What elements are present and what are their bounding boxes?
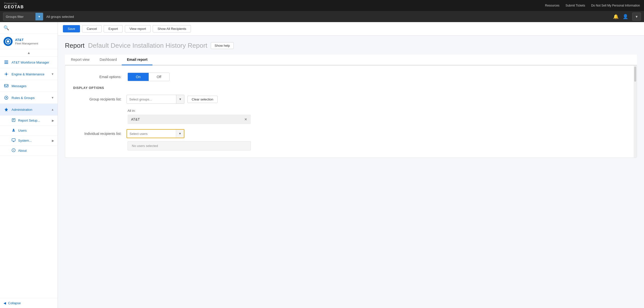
chevron-down-icon: ▼ <box>51 96 54 99</box>
groups-filter-label: Groups filter <box>3 15 35 19</box>
engine-icon <box>4 71 9 77</box>
sidebar-item-label: AT&T Workforce Manager <box>12 61 49 64</box>
save-button[interactable]: Save <box>63 25 80 32</box>
card-body: Email options: On Off DISPLAY OPTIONS Gr… <box>65 66 637 158</box>
sidebar-search[interactable]: 🔍 <box>0 22 58 34</box>
groups-selected-text: All groups selected <box>46 15 74 19</box>
select-users-input[interactable] <box>127 132 176 136</box>
submit-tickets-link[interactable]: Submit Tickets <box>566 4 585 7</box>
top-nav-links: Resources Submit Tickets Do Not Sell My … <box>545 4 640 7</box>
report-title-sub: Default Device Installation History Repo… <box>88 42 207 49</box>
svg-point-10 <box>13 129 14 130</box>
about-icon: i <box>12 148 16 153</box>
sidebar-item-label: Report Setup... <box>18 119 40 122</box>
notification-bell-icon[interactable]: 🔔 <box>613 14 619 19</box>
email-options-label: Email options: <box>73 75 124 79</box>
toolbar: Save Cancel Export View report Show All … <box>58 22 644 36</box>
svg-rect-2 <box>5 61 8 61</box>
scroll-indicator[interactable] <box>634 66 637 158</box>
sidebar: 🔍 AT&T Fleet Management ▲ AT&T Workforce… <box>0 22 58 308</box>
resources-link[interactable]: Resources <box>545 4 559 7</box>
page-content: Report Default Device Installation Histo… <box>58 36 644 308</box>
svg-rect-11 <box>12 139 15 141</box>
show-all-recipients-button[interactable]: Show All Recipients <box>153 25 191 32</box>
sidebar-item-label: Messages <box>12 84 26 88</box>
tag-text: AT&T <box>131 117 140 121</box>
workforce-manager-icon <box>4 60 9 65</box>
sidebar-item-label: Administration <box>12 108 32 112</box>
tabs-row: Report view Dashboard Email report <box>65 55 637 65</box>
user-icon[interactable]: 👤 <box>623 14 628 19</box>
tag-close-icon[interactable]: ✕ <box>244 117 247 121</box>
email-options-row: Email options: On Off <box>73 73 629 81</box>
svg-rect-6 <box>5 84 8 87</box>
group-recipients-row: Group recipients list: ▼ Clear selection <box>73 95 629 104</box>
sidebar-item-system[interactable]: System... ▶ <box>0 136 58 146</box>
sidebar-item-about[interactable]: i About <box>0 146 58 156</box>
chevron-up-icon: ▲ <box>51 108 54 111</box>
toggle-on-button[interactable]: On <box>128 73 149 81</box>
system-icon <box>12 138 16 143</box>
select-groups-input[interactable] <box>127 97 176 101</box>
group-recipients-label: Group recipients list: <box>73 97 124 101</box>
search-icon: 🔍 <box>4 25 9 31</box>
svg-point-1 <box>7 40 9 43</box>
view-report-button[interactable]: View report <box>125 25 151 32</box>
sidebar-item-workforce-manager[interactable]: AT&T Workforce Manager <box>0 57 58 68</box>
email-options-toggle: On Off <box>128 73 170 81</box>
chevron-down-icon: ▼ <box>51 72 54 76</box>
all-in-tag: AT&T ✕ <box>128 115 251 124</box>
individual-recipients-label: Individual recipients list: <box>73 132 124 136</box>
main-layout: 🔍 AT&T Fleet Management ▲ AT&T Workforce… <box>0 22 644 308</box>
sidebar-item-report-setup[interactable]: Report Setup... ▶ <box>0 116 58 126</box>
sidebar-item-label: About <box>18 149 27 152</box>
export-button[interactable]: Export <box>104 25 123 32</box>
content-area: Save Cancel Export View report Show All … <box>58 22 644 308</box>
brand-logo: Powered by GEOTAB <box>4 2 24 9</box>
select-groups-dropdown[interactable]: ▼ <box>127 95 184 104</box>
sidebar-brand: AT&T Fleet Management <box>0 34 58 49</box>
collapse-button[interactable]: ◀ Collapse <box>0 298 58 308</box>
report-title-row: Report Default Device Installation Histo… <box>65 42 637 49</box>
clear-selection-button[interactable]: Clear selection <box>187 96 218 103</box>
sidebar-item-label: Engine & Maintenance <box>12 72 45 76</box>
sidebar-item-administration[interactable]: Administration ▲ <box>0 104 58 116</box>
show-help-button[interactable]: Show help <box>211 42 234 49</box>
tab-report-view[interactable]: Report view <box>66 55 95 65</box>
sidebar-item-label: System... <box>18 139 32 142</box>
select-groups-arrow-icon: ▼ <box>176 95 184 104</box>
brand-info: AT&T Fleet Management <box>15 38 38 45</box>
no-users-text: No users selected <box>132 144 158 148</box>
groups-filter-arrow-icon: ▼ <box>35 13 43 20</box>
messages-icon <box>4 83 9 89</box>
svg-point-5 <box>6 73 7 75</box>
svg-point-8 <box>6 97 7 98</box>
groups-filter-bar: Groups filter ▼ All groups selected 🔔 👤 … <box>0 11 644 22</box>
select-users-dropdown[interactable]: ▼ <box>127 129 184 138</box>
user-account-dropdown[interactable]: ▼ <box>632 13 641 21</box>
svg-rect-3 <box>5 62 8 63</box>
sidebar-item-engine-maintenance[interactable]: Engine & Maintenance ▼ <box>0 68 58 80</box>
scroll-thumb <box>634 67 636 82</box>
tab-email-report[interactable]: Email report <box>122 55 152 65</box>
sidebar-item-messages[interactable]: Messages <box>0 80 58 92</box>
users-icon <box>12 128 16 133</box>
do-not-sell-link[interactable]: Do Not Sell My Personal Information <box>591 4 640 7</box>
all-in-label: All in: <box>128 109 629 113</box>
brand-icon <box>4 37 13 46</box>
cancel-button[interactable]: Cancel <box>82 25 102 32</box>
top-navigation: Powered by GEOTAB Resources Submit Ticke… <box>0 0 644 11</box>
sidebar-item-users[interactable]: Users <box>0 126 58 136</box>
sidebar-item-rules-groups[interactable]: Rules & Groups ▼ <box>0 92 58 104</box>
sidebar-scroll-up[interactable]: ▲ <box>0 49 58 57</box>
svg-text:i: i <box>13 149 14 151</box>
toggle-off-button[interactable]: Off <box>149 73 169 81</box>
email-report-card: Email options: On Off DISPLAY OPTIONS Gr… <box>65 65 637 158</box>
user-name: ▼ <box>635 15 638 19</box>
no-users-selected-box: No users selected <box>128 141 251 150</box>
groups-filter-dropdown[interactable]: Groups filter ▼ <box>3 13 43 21</box>
powered-by-text: Powered by GEOTAB <box>4 2 24 9</box>
report-title-main: Report <box>65 42 85 49</box>
individual-recipients-row: Individual recipients list: ▼ <box>73 129 629 138</box>
tab-dashboard[interactable]: Dashboard <box>95 55 122 65</box>
